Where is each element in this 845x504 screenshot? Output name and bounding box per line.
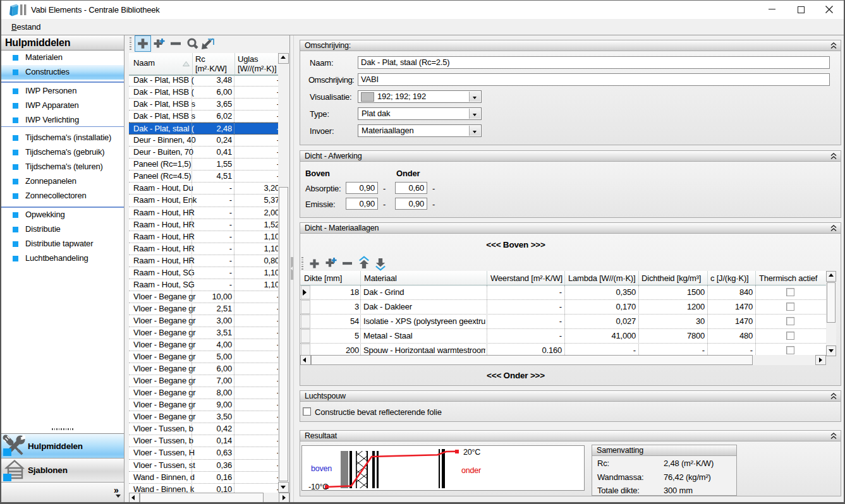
svg-text:-10°C: -10°C <box>308 483 328 491</box>
svg-text:20°C: 20°C <box>463 448 480 457</box>
svg-text:onder: onder <box>461 466 481 475</box>
svg-text:boven: boven <box>311 464 332 473</box>
